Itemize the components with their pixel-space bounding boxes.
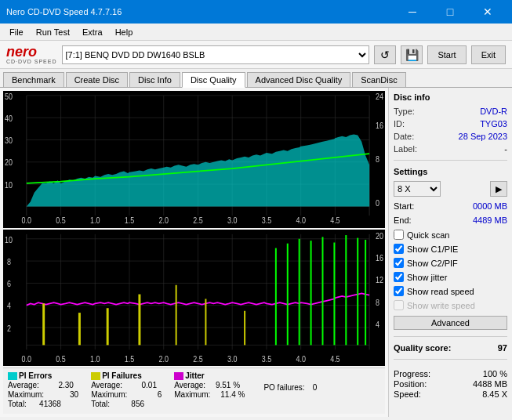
progress-val: 100 % bbox=[483, 369, 507, 378]
minimize-button[interactable]: ─ bbox=[394, 0, 430, 24]
jitter-max-label: Maximum: bbox=[174, 390, 210, 399]
disc-date-label: Date: bbox=[394, 132, 414, 141]
svg-text:8: 8 bbox=[376, 297, 379, 306]
pi-errors-total-val: 41368 bbox=[30, 400, 61, 408]
tab-create-disc[interactable]: Create Disc bbox=[66, 72, 128, 87]
disc-type-label: Type: bbox=[394, 107, 415, 116]
speed-readout-label: Speed: bbox=[394, 389, 421, 399]
pi-failures-label: PI Failures bbox=[102, 371, 142, 380]
svg-text:10: 10 bbox=[5, 234, 13, 244]
write-speed-label: Show write speed bbox=[407, 301, 475, 310]
svg-text:3.0: 3.0 bbox=[227, 353, 238, 363]
svg-text:1.0: 1.0 bbox=[90, 353, 100, 363]
svg-rect-38 bbox=[3, 230, 385, 367]
settings-title: Settings bbox=[394, 167, 507, 176]
speed-selector[interactable]: 8 X 4 X 2 X 1 X bbox=[394, 181, 441, 197]
advanced-button[interactable]: Advanced bbox=[394, 316, 507, 330]
jitter-check-label: Show jitter bbox=[407, 273, 447, 282]
svg-text:0.5: 0.5 bbox=[56, 353, 66, 363]
svg-text:3.0: 3.0 bbox=[227, 215, 238, 225]
svg-text:50: 50 bbox=[5, 92, 13, 101]
jitter-max-val: 11.4 % bbox=[213, 390, 245, 399]
quick-scan-check[interactable] bbox=[394, 230, 404, 240]
pi-errors-max-label: Maximum: bbox=[8, 390, 44, 399]
close-button[interactable]: ✕ bbox=[470, 0, 506, 24]
pi-failures-max-val: 6 bbox=[130, 390, 162, 399]
svg-text:6: 6 bbox=[7, 279, 11, 288]
jitter-check[interactable] bbox=[394, 272, 404, 282]
menubar: File Run Test Extra Help bbox=[0, 24, 512, 41]
pi-failures-max-label: Maximum: bbox=[91, 390, 127, 399]
tab-benchmark[interactable]: Benchmark bbox=[3, 72, 64, 87]
svg-text:8: 8 bbox=[7, 257, 11, 266]
disc-info-title: Disc info bbox=[394, 92, 507, 102]
app-title: Nero CD-DVD Speed 4.7.7.16 bbox=[6, 7, 122, 16]
svg-text:2.0: 2.0 bbox=[159, 353, 169, 363]
tab-disc-quality[interactable]: Disc Quality bbox=[182, 72, 245, 88]
tab-advanced-disc-quality[interactable]: Advanced Disc Quality bbox=[247, 72, 351, 87]
apply-speed-button[interactable]: ▶ bbox=[490, 181, 507, 197]
write-speed-check[interactable] bbox=[394, 300, 404, 310]
svg-text:16: 16 bbox=[376, 121, 383, 131]
menu-help[interactable]: Help bbox=[109, 26, 140, 38]
svg-text:10: 10 bbox=[5, 180, 13, 190]
menu-extra[interactable]: Extra bbox=[76, 26, 109, 38]
svg-text:1.5: 1.5 bbox=[125, 215, 135, 225]
jitter-avg-val: 9.51 % bbox=[209, 381, 240, 389]
svg-text:3.5: 3.5 bbox=[262, 215, 272, 225]
menu-runtest[interactable]: Run Test bbox=[30, 26, 76, 38]
pi-failures-avg-label: Average: bbox=[91, 381, 122, 389]
svg-text:4.5: 4.5 bbox=[330, 353, 340, 363]
speed-readout-val: 8.45 X bbox=[482, 389, 507, 399]
maximize-button[interactable]: □ bbox=[432, 0, 468, 24]
refresh-button[interactable]: ↺ bbox=[374, 45, 396, 64]
tab-disc-info[interactable]: Disc Info bbox=[129, 72, 180, 87]
svg-text:20: 20 bbox=[376, 231, 383, 241]
start-val: 0000 MB bbox=[473, 201, 507, 211]
nero-logo: nero CD·DVD SPEED bbox=[6, 45, 57, 64]
svg-text:4.5: 4.5 bbox=[330, 215, 340, 225]
svg-text:8: 8 bbox=[376, 154, 379, 164]
disc-label-val: - bbox=[504, 144, 507, 154]
svg-text:4.0: 4.0 bbox=[296, 215, 306, 225]
svg-text:4.0: 4.0 bbox=[296, 353, 306, 363]
drivebar: nero CD·DVD SPEED [7:1] BENQ DVD DD DW16… bbox=[0, 41, 512, 69]
menu-file[interactable]: File bbox=[3, 26, 30, 38]
po-failures-val: 0 bbox=[313, 383, 318, 392]
quick-scan-label: Quick scan bbox=[407, 230, 449, 240]
c2pif-check[interactable] bbox=[394, 258, 404, 268]
c1pie-label: Show C1/PIE bbox=[407, 244, 458, 254]
jitter-label: Jitter bbox=[185, 371, 204, 380]
svg-text:0.5: 0.5 bbox=[56, 215, 66, 225]
progress-label: Progress: bbox=[394, 369, 430, 378]
pi-errors-avg-label: Average: bbox=[8, 381, 39, 389]
drive-selector[interactable]: [7:1] BENQ DVD DD DW1640 BSLB bbox=[62, 45, 370, 64]
titlebar: Nero CD-DVD Speed 4.7.7.16 ─ □ ✕ bbox=[0, 0, 512, 24]
svg-text:0.0: 0.0 bbox=[22, 353, 32, 363]
save-button[interactable]: 💾 bbox=[401, 45, 423, 64]
read-speed-label: Show read speed bbox=[407, 287, 474, 296]
svg-text:2.5: 2.5 bbox=[193, 353, 203, 363]
jitter-avg-label: Average: bbox=[174, 381, 205, 389]
po-failures-label: PO failures: bbox=[263, 383, 304, 392]
pi-errors-total-label: Total: bbox=[8, 400, 27, 408]
disc-id-label: ID: bbox=[394, 119, 405, 129]
quality-score-label: Quality score: bbox=[394, 343, 451, 353]
exit-button[interactable]: Exit bbox=[471, 45, 506, 64]
svg-text:12: 12 bbox=[376, 275, 383, 284]
c1pie-check[interactable] bbox=[394, 244, 404, 254]
start-label: Start: bbox=[394, 201, 414, 211]
tabs: Benchmark Create Disc Disc Info Disc Qua… bbox=[0, 69, 512, 88]
svg-text:2.5: 2.5 bbox=[193, 215, 203, 225]
tab-scandisc[interactable]: ScanDisc bbox=[352, 72, 405, 87]
svg-text:2.0: 2.0 bbox=[159, 215, 169, 225]
pi-errors-label: PI Errors bbox=[19, 371, 52, 380]
svg-text:16: 16 bbox=[376, 253, 383, 262]
pi-errors-max-val: 30 bbox=[47, 390, 78, 399]
read-speed-check[interactable] bbox=[394, 286, 404, 296]
pi-failures-total-label: Total: bbox=[91, 400, 110, 408]
start-button[interactable]: Start bbox=[427, 45, 466, 64]
position-label: Position: bbox=[394, 379, 427, 389]
position-val: 4488 MB bbox=[473, 379, 507, 389]
disc-id-val: TYG03 bbox=[480, 119, 507, 129]
